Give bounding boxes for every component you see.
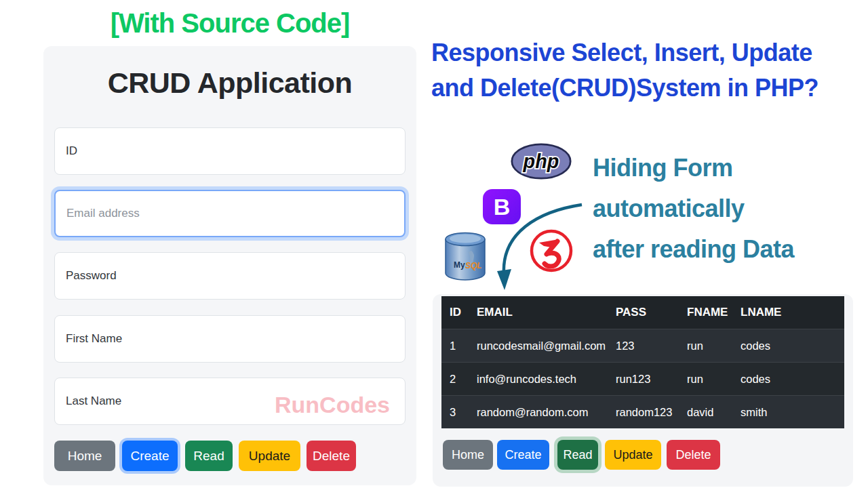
create-button[interactable]: Create <box>497 440 549 470</box>
svg-text:php: php <box>523 150 559 172</box>
col-pass: PASS <box>608 296 679 329</box>
col-lname: LNAME <box>732 296 844 329</box>
result-card: ID EMAIL PASS FNAME LNAME 1 runcodesmail… <box>433 294 853 487</box>
cell-lname: smith <box>732 396 844 429</box>
cell-lname: codes <box>732 329 844 363</box>
video-title: Responsive Select, Insert, Update and De… <box>431 35 859 106</box>
records-table: ID EMAIL PASS FNAME LNAME 1 runcodesmail… <box>441 296 844 428</box>
cell-fname: run <box>679 329 732 363</box>
last-name-input[interactable] <box>54 378 406 425</box>
php-logo-icon: php <box>510 143 572 180</box>
cell-id: 1 <box>441 329 469 363</box>
cell-id: 2 <box>441 363 469 396</box>
cell-email: runcodesmail@gmail.com <box>469 329 608 363</box>
cell-email: random@random.com <box>469 396 608 429</box>
update-button[interactable]: Update <box>605 440 661 470</box>
first-name-input[interactable] <box>54 315 406 363</box>
col-id: ID <box>441 296 469 329</box>
cell-pass: run123 <box>608 363 679 396</box>
read-button[interactable]: Read <box>557 440 598 470</box>
table-row: 2 info@runcodes.tech run123 run codes <box>441 363 844 396</box>
crud-form-card: CRUD Application RunCodes Home Create Re… <box>43 46 416 485</box>
with-source-code-banner: [With Source Code] <box>43 8 416 39</box>
table-header-row: ID EMAIL PASS FNAME LNAME <box>441 296 844 329</box>
hiding-form-note: Hiding Form automatically after reading … <box>593 148 864 270</box>
password-input[interactable] <box>54 252 406 300</box>
delete-button[interactable]: Delete <box>667 440 720 470</box>
read-button[interactable]: Read <box>185 441 233 471</box>
cell-pass: 123 <box>608 329 679 363</box>
cell-lname: codes <box>732 363 844 396</box>
table-row: 1 runcodesmail@gmail.com 123 run codes <box>441 329 844 363</box>
page-title: CRUD Application <box>43 66 416 100</box>
create-button[interactable]: Create <box>122 441 178 471</box>
video-title-line2: and Delete(CRUD)System in PHP? <box>431 74 818 102</box>
cell-fname: david <box>679 396 732 429</box>
cell-id: 3 <box>441 396 469 429</box>
cell-pass: random123 <box>608 396 679 429</box>
note-line2: automatically <box>593 195 745 222</box>
home-button[interactable]: Home <box>54 441 115 471</box>
table-row: 3 random@random.com random123 david smit… <box>441 396 844 429</box>
email-input[interactable] <box>54 190 406 237</box>
home-button[interactable]: Home <box>443 440 493 470</box>
cell-fname: run <box>679 363 732 396</box>
cell-email: info@runcodes.tech <box>469 363 608 396</box>
col-email: EMAIL <box>469 296 608 329</box>
svg-text:My: My <box>454 260 465 270</box>
col-fname: FNAME <box>679 296 732 329</box>
note-line3: after reading Data <box>593 235 794 263</box>
delete-button[interactable]: Delete <box>307 441 356 471</box>
video-title-line1: Responsive Select, Insert, Update <box>431 39 812 66</box>
id-input[interactable] <box>54 127 406 175</box>
note-line1: Hiding Form <box>593 154 732 182</box>
update-button[interactable]: Update <box>239 441 300 471</box>
curved-arrow-icon <box>475 198 597 300</box>
